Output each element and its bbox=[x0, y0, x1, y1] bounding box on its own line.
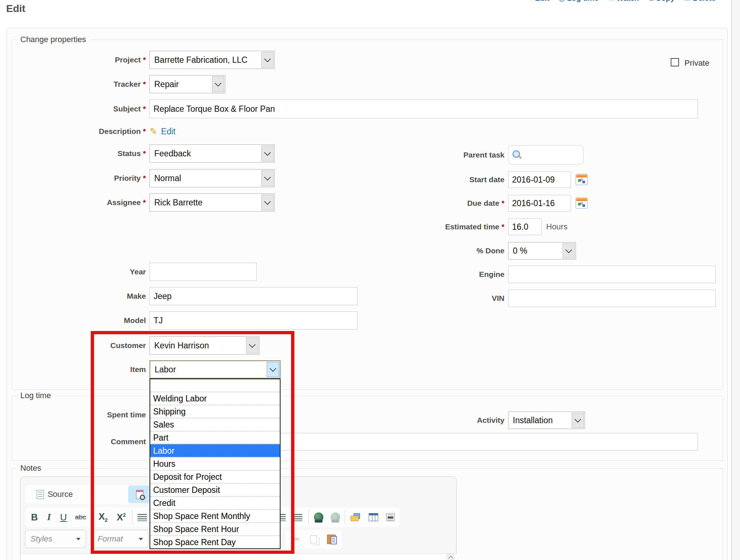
superscript-icon: X2 bbox=[116, 512, 126, 523]
editor-content-area[interactable] bbox=[21, 553, 457, 560]
watch-action-link[interactable]: ★Watch bbox=[608, 0, 639, 3]
item-select[interactable]: Labor bbox=[150, 360, 281, 379]
underline-icon: U bbox=[60, 512, 67, 523]
chevron-down-icon bbox=[76, 538, 81, 540]
styles-combo[interactable]: Styles bbox=[25, 530, 86, 548]
priority-label: Priority* bbox=[22, 169, 146, 187]
dropdown-option[interactable]: Sales bbox=[150, 418, 280, 431]
underline-button[interactable]: U bbox=[56, 507, 71, 527]
toolbar-separator bbox=[91, 510, 92, 524]
private-checkbox[interactable] bbox=[671, 58, 679, 66]
engine-input[interactable] bbox=[508, 266, 716, 283]
toolbar-separator bbox=[345, 510, 345, 524]
pencil-icon: ✎ bbox=[527, 0, 533, 2]
dropdown-option[interactable]: Shop Space Rent Day bbox=[150, 535, 280, 548]
private-label: Private bbox=[684, 58, 709, 68]
tracker-label: Tracker* bbox=[22, 75, 146, 93]
dropdown-option[interactable]: Customer Deposit bbox=[150, 483, 280, 496]
dropdown-option[interactable]: Welding Labor bbox=[150, 392, 280, 405]
dropdown-option[interactable]: Shop Space Rent Hour bbox=[150, 522, 280, 535]
preview-icon bbox=[136, 490, 143, 499]
pencil-icon: ✎ bbox=[150, 126, 158, 137]
copy-button[interactable] bbox=[306, 530, 322, 549]
delete-action-link[interactable]: ▭Delete bbox=[684, 0, 716, 3]
dropdown-option[interactable]: Deposit for Project bbox=[150, 470, 280, 483]
subscript-button[interactable]: X2 bbox=[94, 507, 112, 527]
notes-legend: Notes bbox=[17, 463, 45, 473]
toolbar-separator bbox=[132, 510, 132, 524]
paste-button[interactable] bbox=[323, 530, 340, 549]
subscript-icon: X2 bbox=[98, 511, 107, 523]
strikethrough-icon: abc bbox=[75, 513, 86, 521]
remove-link-button[interactable] bbox=[327, 509, 343, 526]
format-combo[interactable]: Format bbox=[92, 530, 148, 548]
justify-icon bbox=[293, 514, 302, 521]
insert-image-button[interactable] bbox=[347, 509, 364, 526]
priority-select[interactable]: Normal bbox=[150, 169, 275, 187]
customer-select[interactable]: Kevin Harrison bbox=[150, 336, 259, 355]
description-edit-link[interactable]: Edit bbox=[161, 127, 176, 136]
insert-table-button[interactable] bbox=[365, 509, 382, 526]
vin-input[interactable] bbox=[508, 290, 716, 307]
insert-link-button[interactable] bbox=[311, 509, 327, 526]
dropdown-option[interactable]: Credit bbox=[150, 496, 280, 509]
project-select[interactable]: Barrette Fabrication, LLC bbox=[150, 51, 275, 69]
dropdown-option[interactable]: Part bbox=[150, 431, 280, 444]
dropdown-option[interactable]: Shop Space Rent Monthly bbox=[150, 509, 280, 522]
toolbar-separator bbox=[308, 510, 309, 524]
contextual-actions: ✎Edit ◷Log time ★Watch ⧉Copy ▭Delete bbox=[527, 0, 716, 3]
description-edit[interactable]: ✎ Edit bbox=[150, 125, 175, 138]
preview-button[interactable] bbox=[128, 486, 151, 503]
change-properties-legend: Change properties bbox=[17, 35, 90, 44]
chevron-down-icon bbox=[246, 338, 258, 353]
justify-button[interactable] bbox=[290, 510, 306, 525]
dropdown-option[interactable]: Shipping bbox=[150, 405, 280, 418]
model-input[interactable] bbox=[150, 311, 357, 330]
start-date-label: Start date bbox=[380, 171, 504, 188]
pct-done-select[interactable]: 0 % bbox=[508, 242, 576, 259]
log-time-legend: Log time bbox=[17, 391, 54, 400]
source-icon bbox=[37, 490, 44, 499]
copy-icon: ⧉ bbox=[649, 0, 654, 2]
source-button[interactable]: Source bbox=[28, 485, 82, 504]
cut-button[interactable]: ✂ bbox=[287, 530, 305, 549]
text-block-button[interactable] bbox=[383, 509, 398, 526]
dropdown-option-selected[interactable]: Labor bbox=[150, 444, 280, 457]
subject-input[interactable] bbox=[150, 99, 698, 118]
copy-action-link[interactable]: ⧉Copy bbox=[649, 0, 675, 3]
bold-button[interactable]: B bbox=[27, 507, 42, 527]
calendar-icon[interactable] bbox=[576, 174, 588, 185]
calendar-icon[interactable] bbox=[576, 197, 588, 209]
year-label: Year bbox=[22, 263, 146, 281]
engine-label: Engine bbox=[380, 266, 504, 283]
image-icon bbox=[351, 513, 360, 521]
assignee-select[interactable]: Rick Barrette bbox=[150, 193, 275, 212]
estimated-time-label: Estimated time* bbox=[380, 218, 504, 235]
strikethrough-button[interactable]: abc bbox=[71, 507, 90, 527]
search-icon bbox=[512, 150, 520, 158]
tracker-select[interactable]: Repair bbox=[150, 75, 225, 93]
clipboard-paste-icon bbox=[327, 535, 336, 544]
dropdown-blank-option[interactable] bbox=[150, 379, 280, 392]
chevron-down-icon bbox=[261, 52, 274, 68]
edit-action-link[interactable]: ✎Edit bbox=[527, 0, 549, 3]
start-date-input[interactable] bbox=[508, 171, 571, 188]
estimated-time-input[interactable] bbox=[508, 218, 541, 235]
status-select[interactable]: Feedback bbox=[150, 144, 275, 163]
superscript-button[interactable]: X2 bbox=[113, 507, 130, 527]
log-time-action-link[interactable]: ◷Log time bbox=[559, 0, 599, 3]
editor-scroll-up-button[interactable] bbox=[446, 554, 454, 560]
numbered-list-button[interactable] bbox=[135, 510, 150, 525]
year-input[interactable] bbox=[150, 263, 257, 281]
due-date-input[interactable] bbox=[508, 195, 571, 212]
model-label: Model bbox=[22, 311, 146, 330]
make-input[interactable] bbox=[150, 287, 357, 305]
dropdown-option[interactable]: Hours bbox=[150, 457, 280, 470]
chevron-down-icon bbox=[572, 413, 584, 428]
italic-button[interactable]: I bbox=[42, 507, 56, 527]
activity-select[interactable]: Installation bbox=[508, 412, 585, 429]
parent-task-label: Parent task bbox=[380, 145, 504, 164]
activity-label: Activity bbox=[380, 412, 504, 429]
link-globe-icon bbox=[314, 512, 323, 522]
vertical-scrollbar[interactable] bbox=[732, 0, 740, 560]
